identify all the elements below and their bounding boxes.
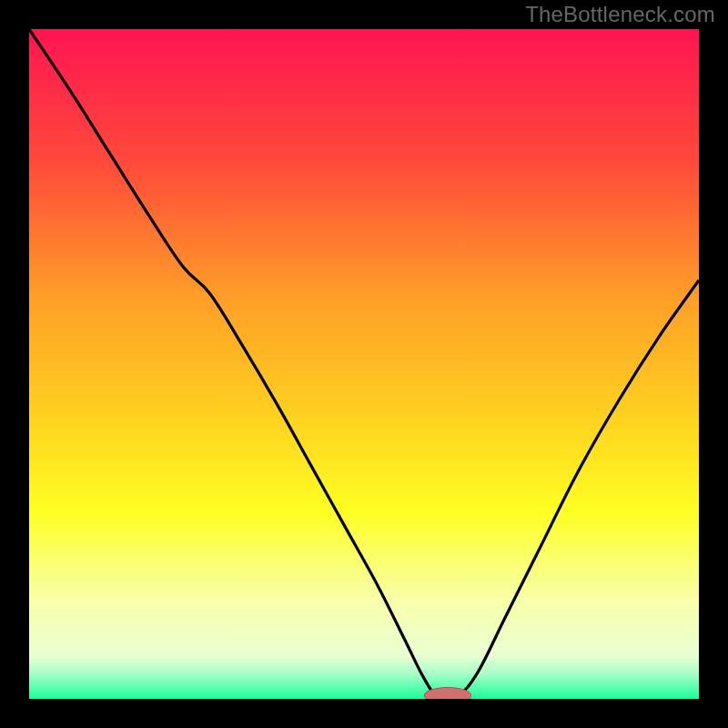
watermark-text: TheBottleneck.com — [525, 2, 715, 27]
chart-svg — [29, 29, 699, 699]
gradient-background — [29, 29, 699, 699]
chart-frame: TheBottleneck.com — [0, 0, 728, 728]
plot-area — [29, 29, 699, 699]
